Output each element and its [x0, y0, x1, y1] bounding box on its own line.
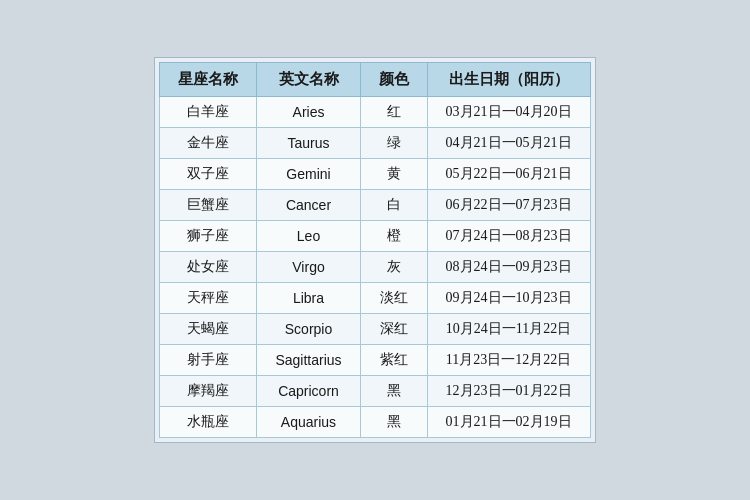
cell-color: 紫红 [360, 345, 427, 376]
cell-english-name: Capricorn [257, 376, 360, 407]
table-header-row: 星座名称 英文名称 颜色 出生日期（阳历） [160, 63, 590, 97]
cell-dates: 12月23日一01月22日 [427, 376, 590, 407]
cell-english-name: Gemini [257, 159, 360, 190]
cell-dates: 03月21日一04月20日 [427, 97, 590, 128]
cell-color: 绿 [360, 128, 427, 159]
table-row: 金牛座Taurus绿04月21日一05月21日 [160, 128, 590, 159]
cell-english-name: Virgo [257, 252, 360, 283]
table-row: 狮子座Leo橙07月24日一08月23日 [160, 221, 590, 252]
header-english-name: 英文名称 [257, 63, 360, 97]
cell-color: 白 [360, 190, 427, 221]
cell-dates: 05月22日一06月21日 [427, 159, 590, 190]
zodiac-table: 星座名称 英文名称 颜色 出生日期（阳历） 白羊座Aries红03月21日一04… [159, 62, 590, 438]
header-color: 颜色 [360, 63, 427, 97]
table-body: 白羊座Aries红03月21日一04月20日金牛座Taurus绿04月21日一0… [160, 97, 590, 438]
cell-chinese-name: 狮子座 [160, 221, 257, 252]
cell-english-name: Taurus [257, 128, 360, 159]
cell-english-name: Leo [257, 221, 360, 252]
header-chinese-name: 星座名称 [160, 63, 257, 97]
table-row: 巨蟹座Cancer白06月22日一07月23日 [160, 190, 590, 221]
cell-chinese-name: 处女座 [160, 252, 257, 283]
cell-english-name: Scorpio [257, 314, 360, 345]
cell-color: 黑 [360, 376, 427, 407]
cell-color: 黄 [360, 159, 427, 190]
cell-english-name: Aries [257, 97, 360, 128]
cell-color: 灰 [360, 252, 427, 283]
cell-chinese-name: 白羊座 [160, 97, 257, 128]
table-row: 双子座Gemini黄05月22日一06月21日 [160, 159, 590, 190]
cell-chinese-name: 天秤座 [160, 283, 257, 314]
cell-chinese-name: 双子座 [160, 159, 257, 190]
table-row: 天秤座Libra淡红09月24日一10月23日 [160, 283, 590, 314]
table-row: 射手座Sagittarius紫红11月23日一12月22日 [160, 345, 590, 376]
header-dates: 出生日期（阳历） [427, 63, 590, 97]
cell-chinese-name: 射手座 [160, 345, 257, 376]
cell-english-name: Libra [257, 283, 360, 314]
cell-color: 淡红 [360, 283, 427, 314]
cell-chinese-name: 摩羯座 [160, 376, 257, 407]
cell-dates: 09月24日一10月23日 [427, 283, 590, 314]
cell-color: 橙 [360, 221, 427, 252]
table-row: 天蝎座Scorpio深红10月24日一11月22日 [160, 314, 590, 345]
cell-chinese-name: 水瓶座 [160, 407, 257, 438]
cell-english-name: Sagittarius [257, 345, 360, 376]
cell-color: 红 [360, 97, 427, 128]
cell-chinese-name: 巨蟹座 [160, 190, 257, 221]
zodiac-table-container: 星座名称 英文名称 颜色 出生日期（阳历） 白羊座Aries红03月21日一04… [154, 57, 595, 443]
cell-dates: 04月21日一05月21日 [427, 128, 590, 159]
cell-chinese-name: 天蝎座 [160, 314, 257, 345]
cell-english-name: Aquarius [257, 407, 360, 438]
cell-dates: 07月24日一08月23日 [427, 221, 590, 252]
table-row: 摩羯座Capricorn黑12月23日一01月22日 [160, 376, 590, 407]
cell-dates: 11月23日一12月22日 [427, 345, 590, 376]
cell-chinese-name: 金牛座 [160, 128, 257, 159]
cell-dates: 08月24日一09月23日 [427, 252, 590, 283]
table-row: 处女座Virgo灰08月24日一09月23日 [160, 252, 590, 283]
cell-color: 深红 [360, 314, 427, 345]
cell-english-name: Cancer [257, 190, 360, 221]
table-row: 水瓶座Aquarius黑01月21日一02月19日 [160, 407, 590, 438]
cell-dates: 01月21日一02月19日 [427, 407, 590, 438]
table-row: 白羊座Aries红03月21日一04月20日 [160, 97, 590, 128]
cell-dates: 10月24日一11月22日 [427, 314, 590, 345]
cell-dates: 06月22日一07月23日 [427, 190, 590, 221]
cell-color: 黑 [360, 407, 427, 438]
